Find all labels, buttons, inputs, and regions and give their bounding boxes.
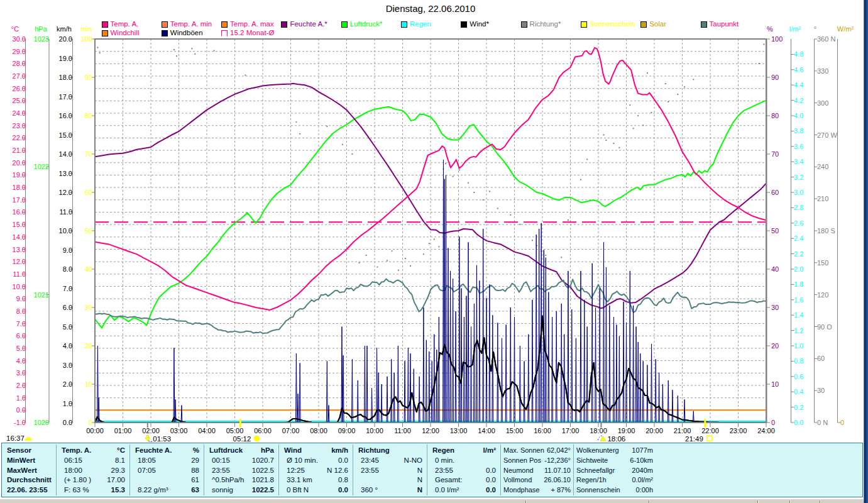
axis-tick-label: 1.6 [794,296,803,304]
table-column-separator [573,445,574,495]
wind-gust-spike [599,289,600,423]
axis-tick-label: 3.2 [794,174,803,181]
table-value: N [417,486,422,494]
day-length-label: 16:37 [6,434,25,442]
x-axis-label: 02:00 [142,427,160,434]
axis-tick-label: 4.2 [794,97,803,104]
wind-direction-dot [468,182,469,184]
x-axis-label: 18:00 [590,427,607,434]
axis-tick-label: 2.0 [794,265,803,273]
sunrise-time-label: 05:12 [233,435,251,443]
table-value-label: 0 Bft N [287,486,309,494]
wind-direction-dot [173,49,175,50]
wind-direction-dot [637,115,639,116]
wind-direction-dot [605,140,607,141]
wind-direction-dot [633,128,634,129]
axis-tick-label: 20 [85,342,92,350]
axis-tick-label: 40 [771,265,779,273]
x-axis-label: 01:00 [114,427,132,434]
wind-direction-dot [613,143,614,144]
axis-tick-label: 50 [771,227,779,235]
x-axis-label: 03:00 [170,427,188,434]
axis-tick-label: 30 [85,304,92,311]
table-astro-value: 0:00h [635,486,653,494]
sunrise-sun-icon [254,436,260,441]
table-column-separator [204,445,204,495]
axis-tick-label: 3.8 [794,127,803,135]
table-value-label: 23:55 [361,467,379,475]
wind-gust-spike [444,179,445,423]
axis-tick-label: 5.0 [63,323,72,331]
wind-direction-dot [651,112,652,113]
axis-tick-label: 330 [817,67,828,75]
axis-tick-label: 3.6 [794,143,803,150]
axis-tick-label: 60 [771,189,779,196]
axis-tick-label: 240 [817,163,828,170]
wind-gust-spike [539,229,540,423]
table-col-header: Richtung [358,446,390,455]
axis-tick-label: 0 [771,419,775,426]
wind-gust-spike [436,350,437,423]
axis-tick-label: 40 [85,265,92,273]
wind-gust-spike [97,346,99,423]
axis-tick-label: 270 W [817,131,837,139]
wind-gust-spike [466,296,467,423]
axis-tick-label: 120 [817,291,828,299]
x-axis-label: 06:00 [254,427,272,434]
moonset-time-label: 01:53 [153,435,171,443]
axis-tick-label: 50 [85,227,92,235]
axis-tick-label: 4.0 [794,112,803,119]
table-value-label: 07:05 [138,467,156,475]
moonrise-time-label: 18:06 [607,435,625,443]
axis-tick-label: 180 S [817,227,835,235]
wind-gust-spike [397,346,398,423]
wind-direction-dot [665,83,666,84]
axis-tick-label: 2.0 [16,382,26,389]
axis-tick-label: 3.0 [794,189,803,196]
axis-tick-label: -1.0 [14,419,26,426]
wind-gust-spike [378,373,379,423]
axis-header: °C [11,25,19,33]
table-astro-value: 6-10km [630,456,653,465]
wind-gust-spike [667,380,669,423]
wind-gust-spike [483,229,484,423]
table-value: 88 [191,467,199,475]
axis-tick-label: 30 [817,387,825,394]
moonrise-icon [600,436,606,441]
wind-gust-spike [580,271,581,423]
axis-tick-label: 13.0 [13,246,26,253]
axis-tick-label: 70 [85,150,92,158]
x-axis-label: 10:00 [366,427,383,434]
table-value: 63 [191,486,199,494]
axis-tick-label: 100 [81,35,92,43]
wind-gust-spike [510,307,511,423]
table-value-label: (+ 1.80 ) [64,476,91,484]
axis-tick-label: 210 [817,195,828,202]
wind-gust-spike [464,317,465,423]
axis-tick-label: 4.4 [794,81,803,89]
wind-gust-spike [655,359,656,423]
axis-tick-label: 6.0 [63,304,72,311]
table-column-separator [56,445,57,495]
table-value: N 12.6 [327,467,348,475]
table-value-label: 0 min. [435,456,454,465]
x-axis-label: 04:00 [198,427,216,434]
table-astro-label: Neumond [503,467,534,475]
axis-header: ° [814,25,816,33]
axis-tick-label: 28.0 [13,60,26,67]
table-value: 0.0 [486,486,496,494]
weather-chart[interactable]: 00:0001:0002:0003:0004:0005:0006:0007:00… [0,0,868,503]
table-value-label: 8.22 g/m³ [138,486,168,494]
x-axis-label: 14:00 [478,427,495,434]
table-value: 15.3 [111,486,125,494]
axis-tick-label: 24.0 [13,109,26,117]
moonset-icon [145,435,150,441]
wind-gust-spike [448,248,449,423]
axis-tick-label: 15.0 [59,131,72,139]
table-value-label: ^0.5hPa/h [212,476,244,484]
wind-gust-spike [606,267,607,423]
table-value-label: F: 63 % [64,486,89,494]
wind-direction-dot [763,43,764,45]
axis-tick-label: 0.0 [794,419,803,426]
axis-tick-label: 60 [85,189,92,196]
